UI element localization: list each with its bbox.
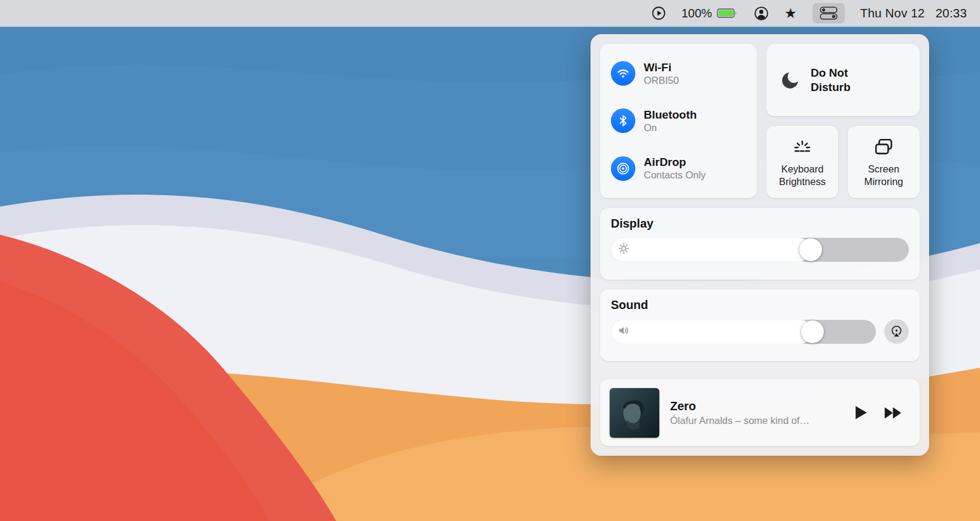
play-circle-menu-item[interactable] [652,3,666,23]
clock-date: Thu Nov 12 [860,6,925,20]
screen-mirroring-button[interactable]: Screen Mirroring [848,126,920,198]
wifi-status: ORBI50 [644,75,679,86]
menu-bar-clock[interactable]: Thu Nov 12 20:33 [860,6,967,20]
favorites-menu-item[interactable]: ★ [784,3,797,23]
connectivity-card: Wi-Fi ORBI50 Bluetooth On [600,44,757,198]
keyboard-brightness-icon [792,136,813,157]
now-playing-module: Zero Ólafur Arnalds – some kind of… [600,379,920,446]
play-button[interactable] [856,406,868,419]
wifi-label: Wi-Fi [644,61,679,74]
display-brightness-slider[interactable] [611,238,909,262]
wifi-toggle[interactable]: Wi-Fi ORBI50 [600,61,757,86]
user-account-menu-item[interactable] [754,3,769,23]
control-center-menu-item[interactable] [812,3,845,23]
display-module: Display [600,208,920,280]
airplay-audio-icon [890,325,903,338]
control-center-panel: Wi-Fi ORBI50 Bluetooth On [591,34,929,456]
album-art[interactable] [610,388,659,438]
wifi-icon [611,61,635,86]
do-not-disturb-toggle[interactable]: Do Not Disturb [766,44,920,116]
do-not-disturb-label: Do Not Disturb [811,66,878,95]
keyboard-brightness-label: Keyboard Brightness [766,163,838,187]
menu-bar: 100% ★ Thu N [0,0,980,27]
airdrop-toggle[interactable]: AirDrop Contacts Only [600,156,757,181]
screen-mirroring-icon [873,136,894,157]
sound-volume-slider[interactable] [611,320,876,344]
play-circle-icon [652,6,666,20]
airplay-audio-button[interactable] [884,319,909,344]
user-account-icon [754,6,769,21]
track-subtitle: Ólafur Arnalds – some kind of… [670,415,856,426]
display-title: Display [611,217,909,231]
play-icon [856,406,868,419]
sound-slider-thumb[interactable] [801,320,824,343]
battery-menu-item[interactable]: 100% [681,3,738,23]
bluetooth-toggle[interactable]: Bluetooth On [600,108,757,134]
sound-module: Sound [600,289,920,361]
track-title: Zero [670,399,856,413]
display-slider-fill [611,238,811,262]
desktop: 100% ★ Thu N [0,0,980,521]
moon-icon [780,69,801,91]
screen-mirroring-label: Screen Mirroring [848,163,920,187]
clock-time: 20:33 [936,6,967,20]
star-icon: ★ [784,7,797,20]
control-center-icon [820,6,838,20]
battery-icon [717,8,738,19]
airdrop-status: Contacts Only [644,169,706,181]
airdrop-icon [611,156,635,181]
bluetooth-label: Bluetooth [644,108,697,122]
battery-percent-label: 100% [681,7,712,20]
sound-title: Sound [611,298,909,312]
fast-forward-button[interactable] [884,407,903,419]
airdrop-label: AirDrop [644,156,706,169]
bluetooth-status: On [644,122,697,134]
fast-forward-icon [884,407,903,419]
sound-slider-fill [611,320,812,344]
keyboard-brightness-button[interactable]: Keyboard Brightness [766,126,838,198]
display-slider-thumb[interactable] [799,238,822,261]
bluetooth-icon [611,108,635,133]
